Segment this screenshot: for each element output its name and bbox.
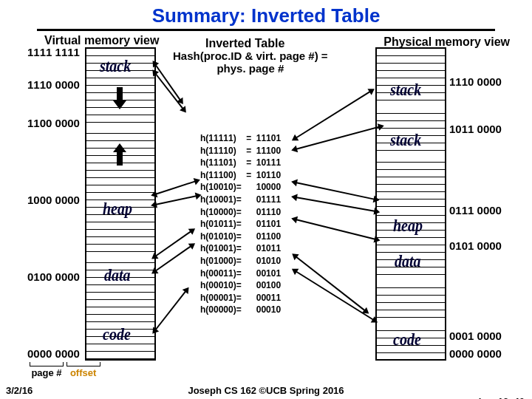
footer-course: Joseph CS 162 ©UCB Spring 2016	[0, 385, 532, 396]
hash-row: h(11110)=11100	[200, 146, 282, 157]
hash-value: 01100	[255, 231, 282, 242]
pm-gap-3	[377, 281, 445, 324]
hash-row: h(00011)=00101	[200, 268, 282, 279]
hash-key: h(01011)=	[200, 219, 243, 230]
pm-addr-0: 1110 0000	[449, 75, 502, 88]
vm-stack-arrow-icon	[117, 87, 123, 102]
physical-memory-column: stack stack heap data code	[375, 47, 446, 361]
map-arrow-left-7	[154, 290, 186, 331]
pm-addr-5: 0000 0000	[449, 347, 502, 360]
hash-row: h(01001)=01011	[200, 243, 282, 254]
pm-gap-2	[377, 155, 445, 208]
vm-addr-2: 1100 0000	[27, 117, 80, 129]
hash-value: 01110	[255, 207, 282, 218]
vm-addr-3: 1000 0000	[27, 194, 80, 206]
hash-equal	[245, 231, 253, 242]
vm-gap-4	[86, 300, 154, 315]
hash-key: h(00001)=	[200, 293, 243, 304]
hash-row: h(01010)=01100	[200, 231, 282, 242]
pm-data-label: data	[395, 251, 421, 272]
hash-value: 11101	[255, 133, 282, 144]
hash-row: h(01000)=01010	[200, 256, 282, 267]
hash-row: h(11100)=10110	[200, 170, 282, 181]
hash-value: 10000	[255, 182, 282, 193]
hash-key: h(10010)=	[200, 182, 243, 193]
pm-heap-label: heap	[393, 216, 423, 236]
hash-row: h(00010)=00100	[200, 280, 282, 291]
hash-key: h(01000)=	[200, 256, 243, 267]
hash-value: 10111	[255, 157, 282, 168]
hash-equal	[245, 256, 253, 267]
vm-addr-1: 1110 0000	[27, 78, 80, 91]
pm-stack-label-2: stack	[390, 130, 421, 151]
vm-data-label: data	[104, 265, 131, 286]
hash-value: 01010	[255, 256, 282, 267]
hash-row: h(01011)=01101	[200, 219, 282, 230]
hash-equal	[245, 219, 253, 230]
page-offset-indicator: page # offset	[30, 362, 100, 378]
hash-equal	[245, 243, 253, 254]
map-arrow-left-5	[154, 231, 191, 257]
footer-lecture: Lec 12. 40	[479, 396, 525, 399]
hash-value: 11100	[255, 146, 282, 157]
pm-code-label: code	[393, 330, 421, 350]
pm-addr-1: 1011 0000	[449, 123, 502, 135]
map-arrow-left-2	[154, 72, 184, 109]
map-arrow-right-3	[296, 182, 375, 200]
hash-equal: =	[245, 133, 253, 144]
hash-key: h(01010)=	[200, 231, 243, 242]
vm-heap-label: heap	[103, 199, 132, 219]
vm-addr-4: 0100 0000	[27, 270, 80, 283]
hash-value: 01101	[255, 219, 282, 230]
hash-key: h(11110)	[200, 146, 243, 157]
page-title: Summary: Inverted Table	[0, 0, 532, 27]
map-arrow-left-4	[155, 195, 197, 205]
title-underline	[37, 29, 495, 31]
hash-equal	[245, 182, 253, 193]
page-label: page #	[31, 367, 61, 378]
vm-heap-arrow-icon	[117, 151, 123, 166]
hash-row: h(10000)=01110	[200, 207, 282, 218]
hash-row: h(11111)=11101	[200, 133, 282, 144]
map-arrow-right-5	[296, 219, 376, 240]
hash-row: h(11101)=10111	[200, 157, 282, 168]
map-arrow-left-3	[155, 180, 197, 195]
hash-equal	[245, 268, 253, 279]
hash-value: 01011	[255, 243, 282, 254]
vm-stack-label: stack	[100, 56, 131, 77]
hash-value: 01111	[255, 194, 282, 205]
diagram-area: Virtual memory view Physical memory view…	[0, 34, 532, 371]
footer: 3/2/16 Joseph CS 162 ©UCB Spring 2016 Le…	[0, 385, 532, 396]
hash-value: 00011	[255, 293, 282, 304]
map-arrow-right-4	[296, 197, 376, 212]
hash-key: h(11100)	[200, 170, 243, 181]
map-arrow-left-6	[154, 245, 191, 272]
hash-equal: =	[245, 170, 253, 181]
inverted-table-header: Inverted Table	[205, 37, 284, 50]
vm-addr-5: 0000 0000	[27, 347, 80, 360]
hash-key: h(11101)	[200, 157, 243, 168]
offset-label: offset	[70, 367, 96, 378]
hash-key: h(10001)=	[200, 194, 243, 205]
hash-equal: =	[245, 157, 253, 168]
footer-date: 3/2/16	[6, 385, 33, 396]
hash-key: h(00011)=	[200, 268, 243, 279]
hash-value: 00100	[255, 280, 282, 291]
hash-row: h(00001)=00011	[200, 293, 282, 304]
hash-equal	[245, 207, 253, 218]
vm-addr-0: 1111 1111	[27, 46, 80, 58]
hash-equal	[245, 194, 253, 205]
hash-row: h(00000)=00010	[200, 304, 282, 316]
hash-equal	[245, 280, 253, 291]
pm-gap-0	[377, 49, 445, 78]
hash-description: Hash(proc.ID & virt. page #) = phys. pag…	[173, 50, 328, 75]
hash-equal: =	[245, 146, 253, 157]
pm-addr-3: 0101 0000	[449, 239, 502, 252]
hash-key: h(01001)=	[200, 243, 243, 254]
hash-key: h(11111)	[200, 133, 243, 144]
vm-code-label: code	[103, 324, 131, 345]
hash-key: h(00010)=	[200, 280, 243, 291]
hash-row: h(10001)=01111	[200, 194, 282, 205]
hash-value: 00010	[255, 304, 282, 316]
pm-addr-4: 0001 0000	[449, 330, 502, 342]
